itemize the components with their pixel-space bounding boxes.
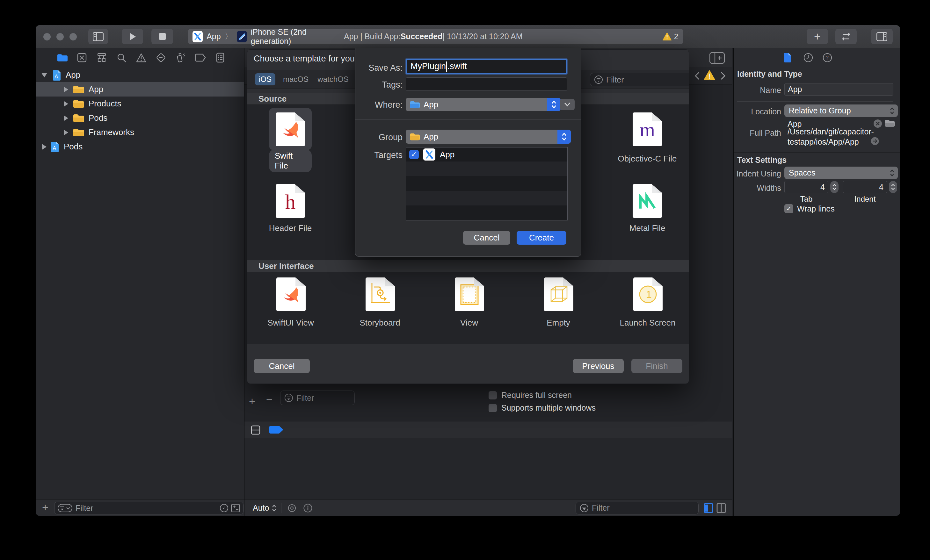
tree-row-products[interactable]: Products — [36, 97, 244, 111]
filter-menu-icon[interactable] — [58, 504, 72, 512]
source-control-status-icon[interactable] — [231, 504, 240, 512]
tree-row-pods-folder[interactable]: Pods — [36, 111, 244, 125]
breakpoint-navigator-icon[interactable] — [195, 52, 206, 63]
rows-icon[interactable] — [251, 425, 260, 435]
requires-full-screen-checkbox[interactable] — [488, 391, 497, 400]
save-as-field[interactable]: MyPlugin.swift — [406, 59, 567, 74]
template-metal-file-label[interactable]: Metal File — [614, 223, 681, 233]
template-swiftui-view[interactable] — [276, 277, 306, 311]
template-empty[interactable] — [544, 277, 573, 311]
recent-files-icon[interactable] — [220, 504, 228, 512]
stop-button[interactable] — [151, 29, 173, 44]
minimize-window-button[interactable] — [56, 33, 64, 40]
remove-row-button[interactable]: − — [266, 393, 273, 406]
indent-using-popup[interactable]: Spaces — [784, 166, 898, 179]
template-objc-file[interactable]: m — [633, 112, 662, 146]
find-navigator-icon[interactable] — [116, 52, 127, 63]
split-debug-icon[interactable] — [716, 503, 726, 513]
issue-navigator-icon[interactable] — [136, 52, 146, 63]
template-view[interactable] — [455, 277, 484, 311]
run-button[interactable] — [122, 29, 143, 44]
where-popup[interactable]: App — [406, 98, 560, 111]
console-filter-field[interactable]: Filter — [576, 502, 699, 514]
project-navigator-icon[interactable] — [57, 52, 68, 63]
history-inspector-icon[interactable] — [804, 53, 813, 62]
indent-width-stepper[interactable] — [889, 181, 897, 193]
disclosure-closed-icon[interactable] — [64, 130, 68, 135]
navigator-filter-field[interactable]: Filter — [54, 502, 243, 514]
tree-row-project-app[interactable]: A App — [36, 68, 244, 82]
tab-macos[interactable]: macOS — [280, 73, 311, 85]
zoom-window-button[interactable] — [69, 33, 77, 40]
show-debug-area-icon[interactable] — [704, 503, 713, 513]
tab-width-field[interactable]: 4 — [784, 181, 828, 193]
template-swiftui-view-label[interactable]: SwiftUI View — [257, 318, 325, 328]
add-file-button[interactable]: + — [42, 501, 48, 514]
tree-row-app-folder-selected[interactable]: App — [36, 82, 244, 97]
disclosure-open-icon[interactable] — [42, 73, 47, 77]
template-metal-file[interactable] — [633, 184, 662, 218]
tree-row-project-pods[interactable]: A Pods — [36, 140, 244, 154]
disclosure-closed-icon[interactable] — [64, 87, 68, 92]
location-popup[interactable]: Relative to Group — [784, 105, 898, 117]
jumpbar-warning-icon[interactable] — [704, 70, 715, 80]
wrap-lines-checkbox[interactable]: ✓ — [784, 204, 793, 213]
activity-status[interactable]: App | Build App: Succeeded | 10/13/20 at… — [339, 29, 683, 44]
library-add-button[interactable]: + — [807, 29, 828, 44]
dialog-cancel-button[interactable]: Cancel — [254, 359, 310, 373]
supports-multiple-windows-checkbox[interactable] — [488, 404, 497, 412]
eye-icon[interactable] — [286, 504, 297, 512]
test-navigator-icon[interactable] — [156, 52, 166, 63]
template-launch-screen[interactable]: 1 — [633, 277, 663, 311]
target-row-app[interactable]: ✓ App — [406, 148, 567, 162]
toggle-navigator-button[interactable] — [88, 29, 108, 44]
group-popup[interactable]: App — [406, 130, 571, 144]
debug-navigator-icon[interactable] — [175, 52, 186, 63]
dialog-finish-button[interactable]: Finish — [631, 359, 682, 373]
template-filter-field[interactable]: Filter — [590, 73, 689, 86]
template-storyboard[interactable] — [366, 277, 395, 311]
breakpoint-flag-icon[interactable] — [269, 426, 283, 434]
tab-ios[interactable]: iOS — [255, 73, 276, 85]
template-swift-file[interactable] — [276, 112, 305, 146]
dialog-previous-button[interactable]: Previous — [573, 359, 624, 373]
template-swift-file-label[interactable]: Swift File — [269, 149, 312, 172]
name-field[interactable]: App — [784, 83, 893, 95]
report-navigator-icon[interactable] — [215, 52, 226, 63]
add-editor-button[interactable] — [710, 52, 725, 64]
close-window-button[interactable] — [43, 33, 51, 40]
tree-row-frameworks[interactable]: Frameworks — [36, 125, 244, 140]
scheme-selector[interactable]: App 〉 iPhone SE (2nd generation) — [188, 29, 343, 44]
updown-chevrons-icon[interactable] — [271, 503, 277, 513]
help-inspector-icon[interactable]: ? — [822, 53, 832, 62]
toggle-inspector-button[interactable] — [871, 29, 893, 44]
choose-folder-icon[interactable] — [884, 119, 895, 128]
symbol-navigator-icon[interactable] — [96, 52, 107, 63]
indent-width-field[interactable]: 4 — [843, 181, 887, 193]
template-storyboard-label[interactable]: Storyboard — [346, 318, 414, 328]
forward-chevron-icon[interactable] — [720, 71, 726, 80]
file-inspector-icon[interactable] — [784, 52, 792, 63]
template-objc-file-label[interactable]: Objective-C File — [614, 154, 681, 164]
info-icon[interactable] — [303, 503, 313, 513]
tags-field[interactable] — [406, 77, 567, 91]
expand-sheet-button[interactable] — [560, 99, 574, 110]
add-row-button[interactable]: + — [249, 395, 255, 408]
code-review-button[interactable] — [835, 29, 857, 44]
clear-location-icon[interactable] — [873, 119, 882, 128]
sheet-cancel-button[interactable]: Cancel — [463, 231, 510, 245]
tab-width-stepper[interactable] — [830, 181, 839, 193]
disclosure-closed-icon[interactable] — [42, 144, 46, 150]
template-view-label[interactable]: View — [435, 318, 503, 328]
disclosure-closed-icon[interactable] — [64, 115, 68, 121]
template-header-file[interactable]: h — [276, 184, 305, 218]
sheet-create-button[interactable]: Create — [517, 231, 567, 245]
template-launch-screen-label[interactable]: Launch Screen — [614, 318, 681, 328]
disclosure-closed-icon[interactable] — [64, 101, 68, 107]
template-empty-label[interactable]: Empty — [525, 318, 592, 328]
source-control-navigator-icon[interactable] — [77, 52, 87, 63]
pane-filter-field[interactable]: Filter — [280, 391, 355, 405]
target-checkbox-checked[interactable]: ✓ — [409, 150, 419, 159]
open-path-arrow-icon[interactable] — [870, 137, 879, 146]
auto-dropdown[interactable]: Auto — [253, 503, 269, 512]
